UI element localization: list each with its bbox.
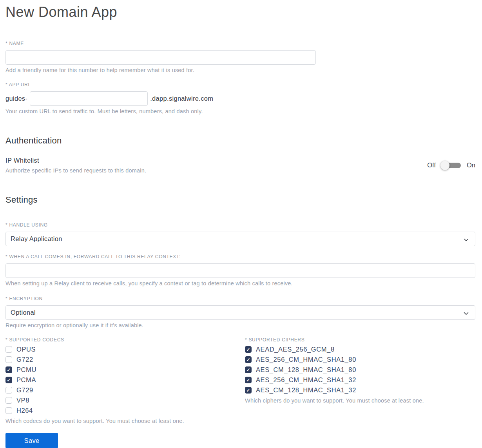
- cipher-option[interactable]: ✓ AES_256_CM_HMAC_SHA1_80: [245, 356, 475, 363]
- relay-context-help-text: When setting up a Relay client to receiv…: [5, 280, 475, 287]
- ip-whitelist-toggle[interactable]: [442, 163, 461, 168]
- codec-option[interactable]: ✓ PCMA: [5, 377, 245, 383]
- supported-codecs-group: * SUPPORTED CODECS ✓ OPUS ✓ G722 ✓: [5, 337, 245, 424]
- ip-whitelist-text: IP Whitelist Authorize specific IPs to s…: [5, 157, 146, 174]
- ciphers-checkbox-list: ✓ AEAD_AES_256_GCM_8 ✓ AES_256_CM_HMAC_S…: [245, 346, 475, 394]
- ciphers-help-text: Which ciphers do you want to support. Yo…: [245, 397, 475, 404]
- relay-context-label: * WHEN A CALL COMES IN, FORWARD CALL TO …: [5, 254, 475, 259]
- handle-using-label: * HANDLE USING: [5, 222, 475, 228]
- handle-using-selected-value: Relay Application: [11, 235, 62, 243]
- codec-option[interactable]: ✓ VP8: [5, 397, 245, 404]
- chevron-down-icon: [464, 236, 469, 241]
- codec-option[interactable]: ✓ G729: [5, 387, 245, 394]
- checkbox-icon[interactable]: ✓: [245, 346, 252, 353]
- codec-option[interactable]: ✓ H264: [5, 407, 245, 414]
- codec-option[interactable]: ✓ OPUS: [5, 346, 245, 353]
- codec-option[interactable]: ✓ G722: [5, 356, 245, 363]
- checkbox-icon[interactable]: ✓: [5, 387, 12, 394]
- encryption-field-group: * ENCRYPTION Optional Require encryption…: [5, 296, 475, 328]
- toggle-off-label: Off: [427, 161, 436, 169]
- ip-whitelist-help-text: Authorize specific IPs to send requests …: [5, 167, 146, 174]
- cipher-option[interactable]: ✓ AES_CM_128_HMAC_SHA1_80: [245, 366, 475, 373]
- checkbox-icon[interactable]: ✓: [5, 397, 12, 404]
- cipher-option-label: AEAD_AES_256_GCM_8: [256, 346, 335, 353]
- checkbox-icon[interactable]: ✓: [245, 366, 252, 373]
- codecs-ciphers-columns: * SUPPORTED CODECS ✓ OPUS ✓ G722 ✓: [5, 337, 475, 424]
- encryption-help-text: Require encryption or optionally use it …: [5, 322, 475, 328]
- encryption-label: * ENCRYPTION: [5, 296, 475, 301]
- cipher-option[interactable]: ✓ AES_256_CM_HMAC_SHA1_32: [245, 377, 475, 383]
- name-help-text: Add a friendly name for this number to h…: [5, 67, 475, 73]
- app-url-label: * APP URL: [5, 82, 475, 87]
- check-mark-icon: ✓: [246, 378, 250, 383]
- app-url-prefix: guides-: [5, 95, 27, 102]
- supported-codecs-label: * SUPPORTED CODECS: [5, 337, 245, 343]
- check-mark-icon: ✓: [246, 357, 250, 362]
- cipher-option-label: AES_CM_128_HMAC_SHA1_80: [256, 366, 356, 374]
- checkbox-icon[interactable]: ✓: [245, 377, 252, 383]
- checkbox-icon[interactable]: ✓: [245, 356, 252, 363]
- save-button[interactable]: Save: [5, 433, 58, 448]
- checkbox-icon[interactable]: ✓: [5, 377, 12, 383]
- chevron-down-icon: [464, 310, 469, 315]
- check-mark-icon: ✓: [246, 388, 250, 393]
- name-field-group: * NAME Add a friendly name for this numb…: [5, 41, 475, 73]
- codec-option-label: H264: [16, 407, 33, 414]
- ip-whitelist-toggle-control: Off On: [427, 161, 475, 169]
- toggle-on-label: On: [467, 161, 475, 169]
- cipher-option[interactable]: ✓ AES_CM_128_HMAC_SHA1_32: [245, 387, 475, 394]
- page-title: New Domain App: [5, 4, 475, 20]
- authentication-heading: Authentication: [5, 136, 475, 146]
- app-url-field-group: * APP URL guides- .dapp.signalwire.com Y…: [5, 82, 475, 114]
- codecs-checkbox-list: ✓ OPUS ✓ G722 ✓ PCMU ✓: [5, 346, 245, 414]
- codecs-help-text: Which codecs do you want to support. You…: [5, 418, 245, 424]
- checkbox-icon[interactable]: ✓: [5, 356, 12, 363]
- handle-using-select[interactable]: Relay Application: [5, 232, 475, 246]
- codec-option[interactable]: ✓ PCMU: [5, 366, 245, 373]
- cipher-option[interactable]: ✓ AEAD_AES_256_GCM_8: [245, 346, 475, 353]
- check-mark-icon: ✓: [246, 368, 250, 372]
- app-url-input[interactable]: [30, 91, 148, 106]
- app-url-suffix: .dapp.signalwire.com: [150, 95, 213, 102]
- codec-option-label: G722: [16, 356, 33, 363]
- supported-ciphers-group: * SUPPORTED CIPHERS ✓ AEAD_AES_256_GCM_8…: [245, 337, 475, 424]
- handle-using-field-group: * HANDLE USING Relay Application: [5, 222, 475, 246]
- encryption-selected-value: Optional: [11, 309, 36, 316]
- checkbox-icon[interactable]: ✓: [5, 346, 12, 353]
- relay-context-input[interactable]: [5, 263, 475, 278]
- check-mark-icon: ✓: [7, 368, 11, 372]
- ip-whitelist-row: IP Whitelist Authorize specific IPs to s…: [5, 157, 475, 174]
- toggle-knob-icon: [440, 161, 449, 170]
- settings-heading: Settings: [5, 195, 475, 205]
- ip-whitelist-label: IP Whitelist: [5, 157, 146, 164]
- new-domain-app-form: New Domain App * NAME Add a friendly nam…: [0, 0, 482, 448]
- app-url-row: guides- .dapp.signalwire.com: [5, 91, 475, 106]
- name-input[interactable]: [5, 50, 316, 65]
- codec-option-label: OPUS: [16, 346, 36, 353]
- app-url-help-text: Your custom URL to send traffic to. Must…: [5, 108, 475, 114]
- cipher-option-label: AES_CM_128_HMAC_SHA1_32: [256, 386, 356, 394]
- codec-option-label: PCMA: [16, 376, 36, 384]
- name-label: * NAME: [5, 41, 475, 46]
- supported-ciphers-label: * SUPPORTED CIPHERS: [245, 337, 475, 343]
- check-mark-icon: ✓: [246, 347, 250, 352]
- relay-context-field-group: * WHEN A CALL COMES IN, FORWARD CALL TO …: [5, 254, 475, 287]
- encryption-select[interactable]: Optional: [5, 305, 475, 320]
- cipher-option-label: AES_256_CM_HMAC_SHA1_32: [256, 376, 356, 384]
- checkbox-icon[interactable]: ✓: [5, 366, 12, 373]
- cipher-option-label: AES_256_CM_HMAC_SHA1_80: [256, 356, 356, 363]
- codec-option-label: PCMU: [16, 366, 36, 374]
- checkbox-icon[interactable]: ✓: [245, 387, 252, 394]
- codec-option-label: VP8: [16, 397, 29, 404]
- codec-option-label: G729: [16, 386, 33, 394]
- check-mark-icon: ✓: [7, 378, 11, 383]
- checkbox-icon[interactable]: ✓: [5, 407, 12, 414]
